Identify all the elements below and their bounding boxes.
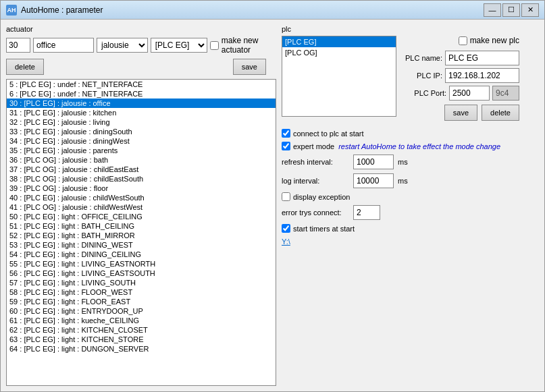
list-item[interactable]: 5 : [PLC EG] : undef : NET_INTERFACE [7,80,276,89]
window-controls: — ☐ ✕ [484,3,539,17]
actuator-list-container: 5 : [PLC EG] : undef : NET_INTERFACE6 : … [6,79,276,386]
refresh-label: refresh interval: [282,158,349,166]
plc-list[interactable]: [PLC EG][PLC OG] [282,36,396,117]
restart-text: restart AutoHome to take effect the mode… [338,142,500,150]
log-row: log interval: ms [282,173,539,188]
list-item[interactable]: 35 : [PLC EG] : jalousie : parents [7,146,276,155]
plc-save-button[interactable]: save [444,105,477,121]
display-exception-row: display exception [282,192,539,201]
window-title: AutoHome : parameter [21,5,484,15]
list-item[interactable]: 51 : [PLC EG] : light : BATH_CEILING [7,221,276,231]
settings-section: connect to plc at start expert mode rest… [282,125,539,386]
log-input[interactable] [353,173,394,188]
error-trys-row: error trys connect: [282,205,539,220]
list-item[interactable]: 32 : [PLC EG] : jalousie : living [7,117,276,127]
plc-name-input[interactable] [445,51,519,65]
list-item[interactable]: 60 : [PLC EG] : light : ENTRYDOOR_UP [7,306,276,316]
list-item[interactable]: 53 : [PLC EG] : light : DINING_WEST [7,240,276,250]
actuator-id-input[interactable] [6,38,30,53]
actuator-controls: jalousie light shutter [PLC EG] [PLC OG]… [6,36,276,55]
actuator-name-input[interactable] [33,38,94,53]
path-link[interactable]: Y:\ [282,237,290,246]
make-new-plc-checkbox[interactable] [459,36,467,45]
list-item[interactable]: 39 : [PLC OG] : jalousie : floor [7,184,276,193]
list-item[interactable]: 61 : [PLC EG] : light : kueche_CEILING [7,316,276,325]
list-item[interactable]: 64 : [PLC EG] : light : DUNGON_SERVER [7,344,276,354]
log-unit: ms [398,177,408,185]
actuator-save-button[interactable]: save [233,59,266,75]
list-item[interactable]: 41 : [PLC OG] : jalousie : childWestWest [7,202,276,212]
right-panel: plc [PLC EG][PLC OG] make new plc [282,25,539,386]
actuator-list[interactable]: 5 : [PLC EG] : undef : NET_INTERFACE6 : … [7,80,276,385]
list-item[interactable]: 40 : [PLC EG] : jalousie : childWestSout… [7,193,276,202]
list-item[interactable]: 56 : [PLC EG] : light : LIVING_EASTSOUTH [7,269,276,278]
plc-port-hex-input [492,86,519,101]
plc-ip-label: PLC IP: [402,72,442,80]
list-item[interactable]: 6 : [PLC EG] : undef : NET_INTERFACE [7,89,276,99]
connect-checkbox[interactable] [282,129,290,138]
left-panel: actuator jalousie light shutter [PLC EG]… [6,25,276,386]
display-exception-checkbox[interactable] [282,192,290,201]
list-item[interactable]: 59 : [PLC EG] : light : FLOOR_EAST [7,297,276,306]
list-item[interactable]: 33 : [PLC EG] : jalousie : diningSouth [7,127,276,136]
list-item[interactable]: 52 : [PLC EG] : light : BATH_MIRROR [7,231,276,240]
actuator-delete-button[interactable]: delete [6,59,44,75]
list-item[interactable]: 62 : [PLC EG] : light : KITCHEN_CLOSET [7,325,276,335]
error-trys-input[interactable] [353,205,380,220]
actuator-label: actuator [6,25,276,33]
app-icon: AH [6,5,17,16]
plc-port-row: PLC Port: [402,86,519,101]
refresh-row: refresh interval: ms [282,155,539,169]
list-item[interactable]: 31 : [PLC EG] : jalousie : kitchen [7,108,276,117]
main-window: AH AutoHome : parameter — ☐ ✕ actuator j… [0,0,545,392]
expert-checkbox[interactable] [282,142,290,150]
start-timers-label: start timers at start [293,225,355,233]
list-item[interactable]: 54 : [PLC EG] : light : DINING_CEILING [7,250,276,259]
make-new-actuator-checkbox[interactable] [210,41,219,50]
plc-content: [PLC EG][PLC OG] make new plc PLC name: [282,36,539,121]
display-exception-label: display exception [293,193,350,201]
refresh-unit: ms [398,158,408,166]
expert-label: expert mode [293,142,334,150]
error-trys-label: error trys connect: [282,208,349,217]
minimize-button[interactable]: — [484,3,501,17]
actuator-type-select[interactable]: jalousie light shutter [97,38,148,53]
plc-ip-input[interactable] [445,68,519,83]
plc-list-item[interactable]: [PLC EG] [282,36,396,47]
list-item[interactable]: 63 : [PLC EG] : light : KITCHEN_STORE [7,335,276,344]
make-new-plc-label: make new plc [470,36,519,45]
actuator-plc-select[interactable]: [PLC EG] [PLC OG] [151,38,207,53]
list-item[interactable]: 50 : [PLC EG] : light : OFFICE_CEILING [7,212,276,221]
list-item[interactable]: 55 : [PLC EG] : light : LIVING_EASTNORTH [7,259,276,269]
plc-buttons: save delete [402,105,519,121]
expert-checkbox-group: expert mode [282,142,334,150]
plc-port-input[interactable] [449,86,490,101]
plc-list-area: [PLC EG][PLC OG] [282,36,396,121]
plc-delete-button[interactable]: delete [482,105,519,121]
actuator-buttons: delete save [6,59,266,75]
list-item[interactable]: 36 : [PLC OG] : jalousie : bath [7,155,276,165]
plc-port-label: PLC Port: [406,89,446,97]
list-item[interactable]: 30 : [PLC EG] : jalousie : office [7,99,276,108]
list-item[interactable]: 57 : [PLC EG] : light : LIVING_SOUTH [7,278,276,287]
plc-list-item[interactable]: [PLC OG] [282,47,396,58]
connect-row: connect to plc at start [282,129,539,138]
refresh-input[interactable] [353,155,394,169]
start-timers-row: start timers at start [282,224,539,233]
make-new-actuator-label: make new actuator [222,36,276,55]
list-item[interactable]: 58 : [PLC EG] : light : FLOOR_WEST [7,287,276,297]
log-label: log interval: [282,177,349,185]
start-timers-checkbox[interactable] [282,224,290,233]
close-button[interactable]: ✕ [521,3,539,17]
connect-label: connect to plc at start [293,130,364,138]
make-new-actuator-row: make new actuator [210,36,276,55]
actuator-section: actuator jalousie light shutter [PLC EG]… [6,25,276,75]
make-new-plc-row: make new plc [402,36,519,45]
plc-section: plc [PLC EG][PLC OG] make new plc [282,25,539,121]
list-item[interactable]: 34 : [PLC EG] : jalousie : diningWest [7,136,276,146]
list-item[interactable]: 38 : [PLC OG] : jalousie : childEastSout… [7,174,276,184]
main-content: actuator jalousie light shutter [PLC EG]… [1,20,544,391]
list-item[interactable]: 37 : [PLC OG] : jalousie : childEastEast [7,165,276,174]
plc-label: plc [282,25,539,33]
maximize-button[interactable]: ☐ [502,3,520,17]
